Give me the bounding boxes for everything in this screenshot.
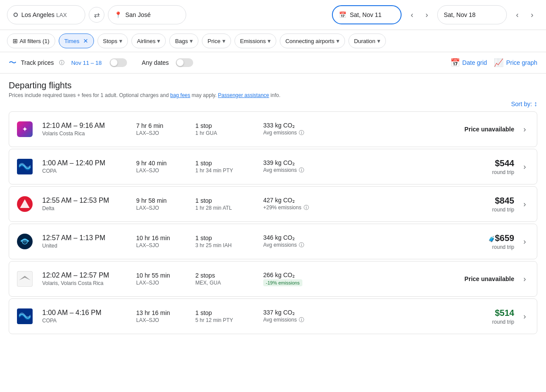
- duration-value: 9 hr 58 min: [136, 197, 188, 204]
- airlines-filter-button[interactable]: Airlines ▾: [131, 34, 166, 48]
- stops-value: 1 stop: [195, 309, 256, 316]
- price-value: Price unavailable: [462, 126, 514, 133]
- depart-next-button[interactable]: ›: [420, 8, 434, 22]
- flight-row[interactable]: 12:02 AM – 12:57 PM Volaris, Volaris Cos…: [9, 261, 537, 297]
- price-label: Price: [208, 38, 221, 44]
- price-filter-button[interactable]: Price ▾: [202, 34, 231, 48]
- airline-name: COPA: [42, 168, 129, 174]
- expand-flight-button[interactable]: ›: [518, 160, 532, 174]
- price-value: Price unavailable: [462, 275, 514, 282]
- emissions-value: 333 kg CO₂: [263, 122, 333, 129]
- any-dates-label: Any dates: [142, 59, 169, 66]
- emissions-filter-button[interactable]: Emissions ▾: [234, 34, 276, 48]
- return-date-nav: ‹ ›: [510, 8, 539, 22]
- times-filter-button[interactable]: Times ✕: [59, 34, 94, 48]
- flight-stops: 2 stops MEX, GUA: [195, 272, 256, 286]
- filter-icon: ⊞: [13, 37, 18, 44]
- expand-flight-button[interactable]: ›: [518, 122, 532, 136]
- date-grid-button[interactable]: 📅 Date grid: [450, 58, 487, 67]
- price-sub: round trip: [462, 244, 514, 250]
- swap-button[interactable]: ⇄: [89, 7, 104, 23]
- track-info-icon[interactable]: ⓘ: [59, 59, 64, 67]
- emissions-label: Avg emissions ⓘ: [263, 241, 333, 249]
- expand-flight-button[interactable]: ›: [518, 197, 532, 211]
- flight-price: $544 round trip: [462, 158, 514, 175]
- stop-detail: 3 hr 25 min IAH: [195, 242, 256, 248]
- connecting-airports-filter-button[interactable]: Connecting airports ▾: [280, 34, 345, 48]
- flight-emissions: 333 kg CO₂ Avg emissions ⓘ: [263, 122, 333, 137]
- flight-route: LAX–SJO: [136, 205, 188, 211]
- expand-flight-button[interactable]: ›: [518, 272, 532, 286]
- bags-filter-button[interactable]: Bags ▾: [169, 34, 198, 48]
- any-dates-toggle[interactable]: [176, 58, 193, 67]
- track-prices-toggle[interactable]: [110, 58, 127, 67]
- time-range: 12:55 AM – 12:53 PM: [42, 197, 129, 204]
- flight-times: 12:57 AM – 1:13 PM United: [42, 234, 129, 249]
- stops-filter-button[interactable]: Stops ▾: [97, 34, 128, 48]
- airline-logo: [14, 231, 35, 252]
- airline-name: Delta: [42, 205, 129, 211]
- origin-field[interactable]: Los Angeles LAX: [7, 5, 85, 24]
- duration-value: 10 hr 16 min: [136, 235, 188, 241]
- connecting-airports-chevron-icon: ▾: [336, 37, 339, 44]
- return-prev-button[interactable]: ‹: [510, 8, 524, 22]
- time-range: 12:57 AM – 1:13 PM: [42, 234, 129, 242]
- airline-name: COPA: [42, 318, 129, 324]
- bag-fees-link[interactable]: bag fees: [170, 92, 190, 98]
- filters-row: ⊞ All filters (1) Times ✕ Stops ▾ Airlin…: [0, 30, 546, 52]
- flight-duration: 10 hr 55 min LAX–SJO: [136, 272, 188, 286]
- emissions-label: Avg emissions ⓘ: [263, 129, 333, 137]
- emissions-chevron-icon: ▾: [268, 37, 271, 44]
- flight-price: Price unavailable: [462, 126, 514, 133]
- section-title: Departing flights: [9, 80, 537, 90]
- flight-times: 12:55 AM – 12:53 PM Delta: [42, 197, 129, 211]
- times-close-icon[interactable]: ✕: [83, 37, 88, 44]
- flight-row[interactable]: 1:00 AM – 12:40 PM COPA 9 hr 40 min LAX–…: [9, 149, 537, 184]
- airline-logo: ✦: [14, 119, 35, 140]
- emissions-value: 339 kg CO₂: [263, 159, 333, 166]
- depart-prev-button[interactable]: ‹: [405, 8, 419, 22]
- price-graph-icon: 📈: [494, 58, 503, 67]
- chevron-down-icon: ›: [523, 162, 526, 171]
- depart-date-field[interactable]: 📅 Sat, Nov 11: [332, 5, 402, 24]
- all-filters-button[interactable]: ⊞ All filters (1): [7, 34, 55, 48]
- emissions-value: 346 kg CO₂: [263, 234, 333, 241]
- origin-text: Los Angeles LAX: [21, 11, 67, 18]
- airline-logo: [14, 194, 35, 214]
- flight-times: 12:10 AM – 9:16 AM Volaris Costa Rica: [42, 122, 129, 137]
- stops-label: Stops: [103, 38, 117, 44]
- return-date-field[interactable]: Sat, Nov 18: [437, 5, 507, 24]
- return-next-button[interactable]: ›: [525, 8, 539, 22]
- location-icon: 📍: [114, 11, 122, 18]
- section-header: Departing flights Prices include require…: [0, 74, 546, 100]
- emissions-value: 337 kg CO₂: [263, 309, 333, 316]
- stops-value: 1 stop: [195, 122, 256, 129]
- stop-detail: 5 hr 12 min PTY: [195, 317, 256, 323]
- flight-emissions: 337 kg CO₂ Avg emissions ⓘ: [263, 309, 333, 324]
- airline-logo: [14, 156, 35, 177]
- flight-times: 1:00 AM – 4:16 PM COPA: [42, 309, 129, 324]
- flight-row[interactable]: ✦ 12:10 AM – 9:16 AM Volaris Costa Rica …: [9, 111, 537, 147]
- price-graph-button[interactable]: 📈 Price graph: [494, 58, 537, 67]
- sort-by-button[interactable]: Sort by: ↕: [511, 100, 537, 108]
- flight-row[interactable]: 1:00 AM – 4:16 PM COPA 13 hr 16 min LAX–…: [9, 298, 537, 334]
- flight-price: $845 round trip: [462, 196, 514, 213]
- expand-flight-button[interactable]: ›: [518, 235, 532, 248]
- expand-flight-button[interactable]: ›: [518, 309, 532, 323]
- flight-price: Price unavailable: [462, 275, 514, 282]
- airline-logo: [14, 306, 35, 327]
- svg-rect-5: [17, 271, 32, 286]
- duration-value: 10 hr 55 min: [136, 272, 188, 279]
- destination-field[interactable]: 📍 San José: [108, 5, 186, 24]
- flight-row[interactable]: 12:57 AM – 1:13 PM United 10 hr 16 min L…: [9, 224, 537, 259]
- price-value: $544: [462, 158, 514, 168]
- bags-chevron-icon: ▾: [190, 37, 193, 44]
- origin-dot-icon: [13, 13, 18, 17]
- time-range: 1:00 AM – 12:40 PM: [42, 159, 129, 167]
- duration-filter-button[interactable]: Duration ▾: [348, 34, 386, 48]
- depart-date-nav: ‹ ›: [405, 8, 434, 22]
- passenger-assistance-link[interactable]: Passenger assistance: [218, 92, 269, 98]
- flight-stops: 1 stop 1 hr 34 min PTY: [195, 160, 256, 174]
- flight-row[interactable]: 12:55 AM – 12:53 PM Delta 9 hr 58 min LA…: [9, 186, 537, 222]
- stops-value: 1 stop: [195, 197, 256, 204]
